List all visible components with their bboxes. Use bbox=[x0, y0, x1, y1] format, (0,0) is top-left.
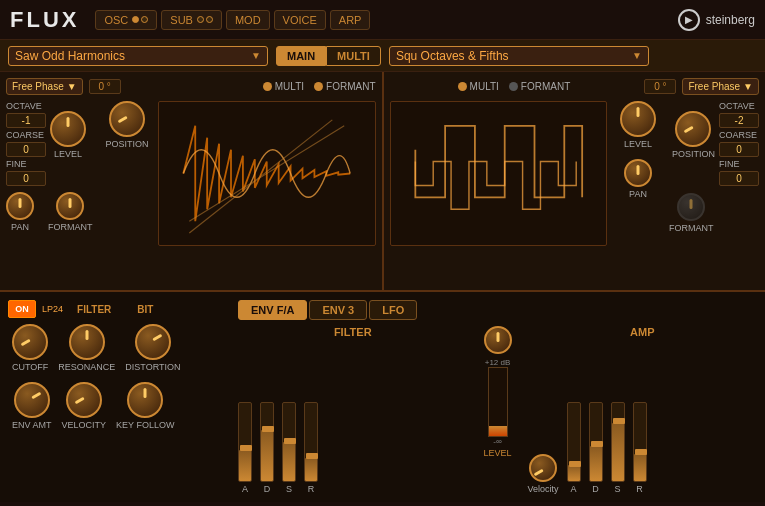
osc1-formant-option[interactable]: FORMANT bbox=[314, 81, 375, 92]
tab-main[interactable]: MAIN bbox=[276, 46, 326, 66]
osc2-top: MULTI FORMANT 0 ° Free Phase ▼ bbox=[390, 78, 760, 95]
osc1-phase-arrow: ▼ bbox=[67, 81, 77, 92]
header: FLUX OSC SUB MOD VOICE ARP ▶ steinb bbox=[0, 0, 765, 40]
osc2-multi-label: MULTI bbox=[470, 81, 499, 92]
filter-main-label: FILTER bbox=[77, 304, 111, 315]
env-tab-lfo-label: LFO bbox=[382, 304, 404, 316]
preset-right-select[interactable]: Squ Octaves & Fifths ▼ bbox=[389, 46, 649, 66]
filter-d-label: D bbox=[264, 484, 271, 494]
amp-s-col: S bbox=[611, 402, 625, 494]
dot4 bbox=[206, 16, 213, 23]
preset-right-arrow: ▼ bbox=[632, 50, 642, 61]
bottom-section: ON LP24 FILTER BIT CUTOFF RESONANCE DIST… bbox=[0, 292, 765, 502]
osc1-octave-value[interactable]: -1 bbox=[6, 113, 46, 128]
osc1-position-knob[interactable] bbox=[109, 101, 145, 137]
tab-voice[interactable]: VOICE bbox=[274, 10, 326, 30]
amp-d-thumb[interactable] bbox=[591, 441, 603, 447]
env-amt-group: ENV AMT bbox=[12, 382, 52, 430]
amp-a-track[interactable] bbox=[567, 402, 581, 482]
filter-r-thumb[interactable] bbox=[306, 453, 318, 459]
amp-vel-label: Velocity bbox=[528, 484, 559, 494]
osc2-position-knob[interactable] bbox=[675, 111, 711, 147]
osc2-mode-row: MULTI FORMANT bbox=[458, 81, 571, 92]
env-tab-envofa[interactable]: ENV F/A bbox=[238, 300, 307, 320]
osc1-multi-option[interactable]: MULTI bbox=[263, 81, 304, 92]
osc2-coarse-value[interactable]: 0 bbox=[719, 142, 759, 157]
osc1-phase-select[interactable]: Free Phase ▼ bbox=[6, 78, 83, 95]
osc1-coarse-value[interactable]: 0 bbox=[6, 142, 46, 157]
velocity-knob[interactable] bbox=[66, 382, 102, 418]
osc1-panel: Free Phase ▼ 0 ° MULTI FORMANT bbox=[0, 72, 384, 290]
osc2-wave-svg bbox=[391, 102, 607, 245]
amp-s-fill bbox=[612, 423, 624, 482]
tab-sub[interactable]: SUB bbox=[161, 10, 222, 30]
osc1-fine-value[interactable]: 0 bbox=[6, 171, 46, 186]
distortion-group: DISTORTION bbox=[125, 324, 180, 372]
osc2-octave-value[interactable]: -2 bbox=[719, 113, 759, 128]
preset-left-select[interactable]: Saw Odd Harmonics ▼ bbox=[8, 46, 268, 66]
filter-a-track[interactable] bbox=[238, 402, 252, 482]
steinberg-brand: ▶ steinberg bbox=[678, 9, 755, 31]
osc2-formant-dot bbox=[509, 82, 518, 91]
amp-vel-group: Velocity bbox=[528, 454, 559, 494]
filter-d-fill bbox=[261, 430, 273, 481]
amp-vel-knob[interactable] bbox=[529, 454, 557, 482]
amp-r-thumb[interactable] bbox=[635, 449, 647, 455]
osc2-fine-value[interactable]: 0 bbox=[719, 171, 759, 186]
tab-osc[interactable]: OSC bbox=[95, 10, 157, 30]
osc1-multi-dot bbox=[263, 82, 272, 91]
velocity-group: VELOCITY bbox=[62, 382, 107, 430]
osc2-level-group: LEVEL bbox=[620, 101, 656, 149]
filter-r-track[interactable] bbox=[304, 402, 318, 482]
env-tab-env3[interactable]: ENV 3 bbox=[309, 300, 367, 320]
osc2-formant-option[interactable]: FORMANT bbox=[509, 81, 570, 92]
filter-s-thumb[interactable] bbox=[284, 438, 296, 444]
amp-r-track[interactable] bbox=[633, 402, 647, 482]
filter-a-thumb[interactable] bbox=[240, 445, 252, 451]
amp-env-label: AMP bbox=[528, 326, 757, 338]
osc2-phase-select[interactable]: Free Phase ▼ bbox=[682, 78, 759, 95]
osc2-pan-knob[interactable] bbox=[624, 159, 652, 187]
amp-d-col: D bbox=[589, 402, 603, 494]
osc2-level-knob[interactable] bbox=[620, 101, 656, 137]
osc1-degree[interactable]: 0 ° bbox=[89, 79, 121, 94]
cutoff-knob[interactable] bbox=[12, 324, 48, 360]
main-multi-tabs: MAIN MULTI bbox=[276, 46, 381, 66]
osc1-multi-label: MULTI bbox=[275, 81, 304, 92]
osc1-pan-knob[interactable] bbox=[6, 192, 34, 220]
amp-d-track[interactable] bbox=[589, 402, 603, 482]
amp-a-thumb[interactable] bbox=[569, 461, 581, 467]
bit-label: BIT bbox=[137, 304, 153, 315]
env-amt-knob[interactable] bbox=[14, 382, 50, 418]
tab-mod[interactable]: MOD bbox=[226, 10, 270, 30]
osc2-panel: MULTI FORMANT 0 ° Free Phase ▼ bbox=[384, 72, 766, 290]
amp-velocity-knob[interactable] bbox=[484, 326, 512, 354]
tab-arp[interactable]: ARP bbox=[330, 10, 371, 30]
filter-r-fill bbox=[305, 458, 317, 481]
resonance-knob[interactable] bbox=[69, 324, 105, 360]
distortion-label: DISTORTION bbox=[125, 362, 180, 372]
osc1-level-knob[interactable] bbox=[50, 111, 86, 147]
osc2-multi-option[interactable]: MULTI bbox=[458, 81, 499, 92]
osc1-formant-knob[interactable] bbox=[56, 192, 84, 220]
tab-main-label: MAIN bbox=[287, 50, 315, 62]
filter-d-thumb[interactable] bbox=[262, 426, 274, 432]
env-tab-lfo[interactable]: LFO bbox=[369, 300, 417, 320]
osc1-position-group: POSITION bbox=[102, 101, 152, 149]
tab-multi[interactable]: MULTI bbox=[326, 46, 381, 66]
amp-s-track[interactable] bbox=[611, 402, 625, 482]
distortion-knob[interactable] bbox=[135, 324, 171, 360]
osc2-fine-label: FINE bbox=[719, 159, 759, 169]
amp-r-fill bbox=[634, 454, 646, 481]
amp-a-fill bbox=[568, 465, 580, 481]
amp-s-thumb[interactable] bbox=[613, 418, 625, 424]
env-tab-env3-label: ENV 3 bbox=[322, 304, 354, 316]
level-mark-top: +12 dB bbox=[485, 358, 511, 367]
osc2-degree[interactable]: 0 ° bbox=[644, 79, 676, 94]
filter-s-track[interactable] bbox=[282, 402, 296, 482]
key-follow-knob[interactable] bbox=[127, 382, 163, 418]
on-button[interactable]: ON bbox=[8, 300, 36, 318]
filter-d-track[interactable] bbox=[260, 402, 274, 482]
osc2-formant-group: FORMANT bbox=[669, 193, 714, 233]
osc2-formant-knob[interactable] bbox=[677, 193, 705, 221]
